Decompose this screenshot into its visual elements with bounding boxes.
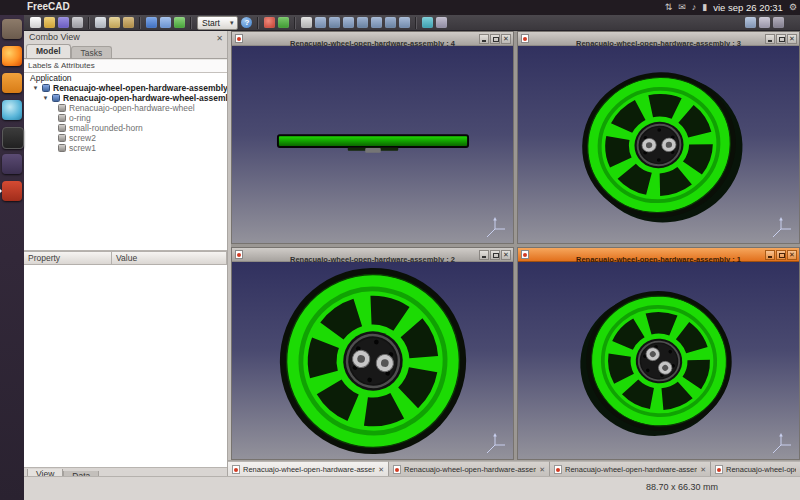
minimize-button[interactable] (479, 250, 489, 260)
viewport-1-titlebar[interactable]: Renacuajo-wheel-open-hardware-assembly :… (518, 248, 799, 262)
close-icon[interactable]: ✕ (539, 466, 545, 474)
expand-icon[interactable]: ▼ (32, 85, 39, 91)
wheel-model-isometric[interactable] (552, 46, 765, 243)
macro-record-icon[interactable] (264, 17, 275, 28)
value-column-header[interactable]: Value (112, 252, 227, 265)
sound-icon[interactable]: ♪ (692, 0, 697, 15)
messages-icon[interactable]: ✉ (678, 0, 686, 15)
tree-item-screw1[interactable]: screw1 (24, 143, 227, 153)
close-button[interactable]: ✕ (787, 34, 797, 44)
window-tab-1[interactable]: Renacuajo-wheel-open-hardware-assembly :… (228, 461, 389, 477)
tree-column-header[interactable]: Labels & Attributes (24, 59, 227, 73)
rear-view-icon[interactable] (371, 17, 382, 28)
network-icon[interactable]: ⇅ (665, 0, 673, 15)
tree-item-application[interactable]: Application (24, 73, 227, 83)
close-icon[interactable]: ✕ (700, 466, 706, 474)
launcher-item-web-browser[interactable] (2, 100, 22, 120)
window-tab-3[interactable]: Renacuajo-wheel-open-hardware-assembly :… (550, 461, 711, 477)
unity-launcher (0, 15, 24, 500)
redo-icon[interactable] (160, 17, 171, 28)
battery-icon[interactable]: ▮ (702, 0, 707, 15)
viewport-2-titlebar[interactable]: Renacuajo-wheel-open-hardware-assembly :… (232, 248, 513, 262)
running-indicator (0, 188, 2, 194)
wheel-model-front-view[interactable] (277, 265, 469, 457)
part-icon (58, 124, 66, 132)
tree-item-assembly[interactable]: ▼ Renacuajo-wheel-open-hardware-assembly (24, 83, 227, 93)
close-icon[interactable]: ✕ (216, 32, 223, 45)
app-title[interactable]: FreeCAD (27, 1, 70, 12)
tree-item-small-rounded-horn[interactable]: small-rounded-horn (24, 123, 227, 133)
clock[interactable]: vie sep 26 20:31 (713, 2, 783, 13)
document-icon (42, 84, 50, 92)
toolbar-right-group (745, 17, 784, 28)
minimize-button[interactable] (479, 34, 489, 44)
workbench-selector[interactable]: Start ▾ (197, 16, 238, 30)
tree-item-wheel-assembly[interactable]: ▼ Renacuajo-open-hardware-wheel-assembly (24, 93, 227, 103)
copy-icon[interactable] (109, 17, 120, 28)
launcher-item-freecad[interactable] (2, 181, 22, 201)
status-bar: 88.70 x 66.30 mm (24, 476, 800, 500)
3d-view-1[interactable] (518, 262, 799, 459)
wheel-model-isometric[interactable] (563, 268, 754, 454)
launcher-item-files[interactable] (2, 19, 22, 39)
restore-button[interactable] (490, 34, 500, 44)
restore-button[interactable] (490, 250, 500, 260)
3d-view-2[interactable] (232, 262, 513, 459)
window-tab-4[interactable]: Renacuajo-wheel-open-hardwar (711, 461, 800, 477)
cut-icon[interactable] (95, 17, 106, 28)
fit-all-icon[interactable] (301, 17, 312, 28)
tab-tasks[interactable]: Tasks (71, 46, 113, 58)
viewport-4-titlebar[interactable]: Renacuajo-wheel-open-hardware-assembly :… (232, 32, 513, 46)
restore-button[interactable] (776, 250, 786, 260)
left-view-icon[interactable] (399, 17, 410, 28)
close-button[interactable]: ✕ (501, 250, 511, 260)
3d-view-4[interactable] (232, 46, 513, 243)
axonometric-view-icon[interactable] (315, 17, 326, 28)
document-icon (232, 465, 240, 474)
minimize-button[interactable] (765, 34, 775, 44)
measure-distance-icon[interactable] (422, 17, 433, 28)
property-table-body[interactable] (24, 265, 227, 468)
undo-icon[interactable] (146, 17, 157, 28)
right-view-icon[interactable] (357, 17, 368, 28)
wheel-model-side-view[interactable] (276, 132, 470, 158)
save-icon[interactable] (58, 17, 69, 28)
open-document-icon[interactable] (44, 17, 55, 28)
close-button[interactable]: ✕ (501, 34, 511, 44)
ubuntu-top-panel: FreeCAD ⇅ ✉ ♪ ▮ vie sep 26 20:31 ⚙ (0, 0, 800, 15)
property-column-header[interactable]: Property (24, 252, 112, 265)
tree-item-wheel[interactable]: Renacuajo-open-hardware-wheel (24, 103, 227, 113)
tab-model[interactable]: Model (26, 44, 71, 58)
new-document-icon[interactable] (30, 17, 41, 28)
tree-item-screw2[interactable]: screw2 (24, 133, 227, 143)
print-icon[interactable] (72, 17, 83, 28)
minimize-button[interactable] (765, 250, 775, 260)
refresh-icon[interactable] (174, 17, 185, 28)
texture-view-icon[interactable] (759, 17, 770, 28)
viewport-3-titlebar[interactable]: Renacuajo-wheel-open-hardware-assembly :… (518, 32, 799, 46)
launcher-item-firefox[interactable] (2, 46, 22, 66)
bottom-view-icon[interactable] (385, 17, 396, 28)
macro-play-icon[interactable] (278, 17, 289, 28)
expand-icon[interactable]: ▼ (42, 95, 49, 101)
close-icon[interactable]: ✕ (378, 466, 384, 474)
draw-style-icon[interactable] (745, 17, 756, 28)
tree-item-o-ring[interactable]: o-ring (24, 113, 227, 123)
combo-view-titlebar[interactable]: Combo View ✕ (24, 31, 227, 44)
restore-button[interactable] (776, 34, 786, 44)
whats-this-icon[interactable]: ? (241, 17, 252, 28)
dock-views-icon[interactable] (773, 17, 784, 28)
clipping-plane-icon[interactable] (436, 17, 447, 28)
system-tray: ⇅ ✉ ♪ ▮ vie sep 26 20:31 ⚙ (665, 0, 797, 15)
3d-view-3[interactable] (518, 46, 799, 243)
paste-icon[interactable] (123, 17, 134, 28)
launcher-item-software-center[interactable] (2, 154, 22, 174)
close-button[interactable]: ✕ (787, 250, 797, 260)
top-view-icon[interactable] (343, 17, 354, 28)
session-gear-icon[interactable]: ⚙ (789, 0, 797, 15)
launcher-item-terminal[interactable] (2, 127, 24, 149)
front-view-icon[interactable] (329, 17, 340, 28)
launcher-item-amazon[interactable] (2, 73, 22, 93)
window-tab-2[interactable]: Renacuajo-wheel-open-hardware-assembly :… (389, 461, 550, 477)
toolbar-separator (190, 17, 192, 29)
